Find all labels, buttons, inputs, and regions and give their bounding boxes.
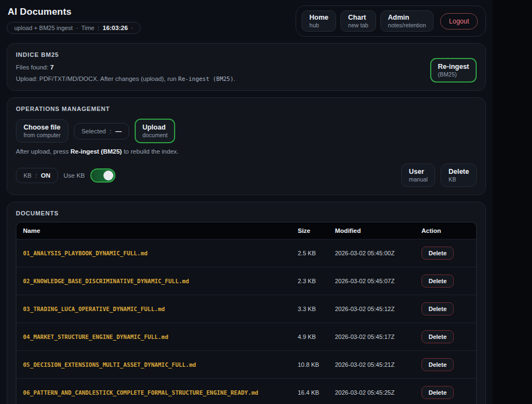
hint-bold: Re-ingest (BM25) <box>71 148 122 155</box>
files-found-label: Files found: <box>16 64 48 71</box>
status-pill: upload + BM25 ingest · Time : 16:03:26 · <box>7 22 141 34</box>
files-found-value: 7 <box>50 64 54 71</box>
nav-group: Home hub Chart new tab Admin notes/reten… <box>296 5 486 37</box>
hint-suffix: to rebuild the index. <box>124 148 178 155</box>
nav-chart-title: Chart <box>348 14 368 21</box>
user-manual-title: User <box>409 168 427 175</box>
time-value: 16:03:26 <box>103 25 128 31</box>
status-separator: · <box>76 25 78 31</box>
document-name: 05_DECISION_EXTENSIONS_MULTI_ASSET_DYNAM… <box>23 361 298 368</box>
document-action: Delete <box>421 386 470 399</box>
kb-status-pill: KB : ON <box>16 168 58 183</box>
status-label: upload + BM25 ingest <box>14 25 73 31</box>
upload-hint-suffix: . <box>234 75 235 82</box>
document-action: Delete <box>421 247 470 260</box>
user-manual-subtitle: manual <box>409 176 427 183</box>
kb-row: KB : ON Use KB User manual Delete KB <box>16 163 477 187</box>
nav-home-subtitle: hub <box>309 22 328 28</box>
document-action: Delete <box>421 274 470 288</box>
upload-button[interactable]: Upload document <box>135 119 175 143</box>
documents-table: Name Size Modified Action 01_ANALYSIS_PL… <box>16 222 477 404</box>
indice-body: Files found: 7 Upload: PDF/TXT/MD/DOCX. … <box>16 58 477 83</box>
nav-button-home[interactable]: Home hub <box>302 10 336 32</box>
time-colon: : <box>97 25 99 31</box>
use-kb-toggle[interactable] <box>90 168 115 183</box>
document-modified: 2026-03-02 05:45:00Z <box>335 250 421 256</box>
status-separator-end: · <box>131 25 134 31</box>
table-row: 05_DECISION_EXTENSIONS_MULTI_ASSET_DYNAM… <box>16 350 476 378</box>
document-size: 10.8 KB <box>298 361 335 368</box>
choose-file-button[interactable]: Choose file from computer <box>16 119 68 143</box>
indice-heading: INDICE BM25 <box>16 51 477 58</box>
nav-button-chart[interactable]: Chart new tab <box>340 10 376 32</box>
user-manual-button[interactable]: User manual <box>401 163 435 187</box>
choose-file-subtitle: from computer <box>24 132 61 138</box>
table-row: 02_KNOWLEDGE_BASE_DISCRIMINATIVE_DYNAMIC… <box>16 267 476 295</box>
documents-heading: DOCUMENTS <box>16 210 477 216</box>
header: AI Documents upload + BM25 ingest · Time… <box>7 5 486 37</box>
selected-label: Selected <box>82 128 106 134</box>
document-size: 3.3 KB <box>298 306 335 312</box>
delete-document-button[interactable]: Delete <box>421 274 454 288</box>
documents-card: DOCUMENTS Name Size Modified Action 01_A… <box>7 202 486 404</box>
table-row: 01_ANALYSIS_PLAYBOOK_DYNAMIC_FULL.md 2.5… <box>16 239 476 267</box>
document-name: 02_KNOWLEDGE_BASE_DISCRIMINATIVE_DYNAMIC… <box>23 278 298 284</box>
nav-admin-title: Admin <box>388 14 426 21</box>
reingest-button[interactable]: Re-ingest (BM25) <box>430 58 477 83</box>
document-modified: 2026-03-02 05:45:25Z <box>335 389 421 396</box>
nav-admin-subtitle: notes/retention <box>388 22 426 28</box>
document-size: 4.9 KB <box>298 333 335 340</box>
upload-hint-prefix: Upload: PDF/TXT/MD/DOCX. After changes (… <box>16 75 176 82</box>
logout-button[interactable]: Logout <box>440 13 478 30</box>
table-row: 06_PATTERN_AND_CANDLESTICK_COMPLETE_FORM… <box>16 378 476 404</box>
choose-file-title: Choose file <box>24 124 61 131</box>
upload-hint-line: Upload: PDF/TXT/MD/DOCX. After changes (… <box>16 75 235 82</box>
table-row: 03_TRADING_LUCA_OPERATIVE_DYNAMIC_FULL.m… <box>16 295 476 323</box>
document-size: 2.5 KB <box>298 250 335 256</box>
column-header-action: Action <box>421 227 470 234</box>
document-modified: 2026-03-02 05:45:12Z <box>335 306 421 312</box>
table-header: Name Size Modified Action <box>16 223 476 239</box>
selected-file-pill: Selected : — <box>74 123 129 139</box>
indice-text: Files found: 7 Upload: PDF/TXT/MD/DOCX. … <box>16 59 235 82</box>
selected-value: — <box>115 128 122 134</box>
time-label: Time <box>81 25 94 31</box>
header-left: AI Documents upload + BM25 ingest · Time… <box>7 5 141 34</box>
delete-document-button[interactable]: Delete <box>421 358 454 371</box>
reingest-title: Re-ingest <box>438 63 469 71</box>
upload-controls-row: Choose file from computer Selected : — U… <box>16 119 477 143</box>
delete-document-button[interactable]: Delete <box>421 302 454 315</box>
column-header-modified: Modified <box>335 227 421 234</box>
document-action: Delete <box>421 358 470 371</box>
delete-document-button[interactable]: Delete <box>421 247 454 260</box>
delete-kb-title: Delete <box>448 168 469 175</box>
selected-colon: : <box>109 128 111 134</box>
document-name: 06_PATTERN_AND_CANDLESTICK_COMPLETE_FORM… <box>23 389 298 396</box>
column-header-name: Name <box>23 227 298 234</box>
document-modified: 2026-03-02 05:45:17Z <box>335 333 421 340</box>
files-found-line: Files found: 7 <box>16 64 235 71</box>
kb-colon: : <box>36 172 37 179</box>
reingest-subtitle: (BM25) <box>438 71 469 78</box>
delete-document-button[interactable]: Delete <box>421 386 454 399</box>
document-action: Delete <box>421 302 470 315</box>
page-title: AI Documents <box>7 5 141 17</box>
document-name: 04_MARKET_STRUCTURE_ENGINE_DYNAMIC_FULL.… <box>23 333 298 340</box>
delete-kb-button[interactable]: Delete KB <box>441 163 477 187</box>
nav-button-admin[interactable]: Admin notes/retention <box>380 10 433 32</box>
document-name: 03_TRADING_LUCA_OPERATIVE_DYNAMIC_FULL.m… <box>23 306 298 312</box>
indice-bm25-card: INDICE BM25 Files found: 7 Upload: PDF/T… <box>7 43 486 91</box>
kb-label: KB <box>24 172 32 179</box>
kb-value: ON <box>41 172 50 179</box>
delete-kb-subtitle: KB <box>448 176 469 183</box>
delete-document-button[interactable]: Delete <box>421 330 454 343</box>
after-upload-hint: After upload, press Re-ingest (BM25) to … <box>16 148 477 155</box>
operations-card: OPERATIONS MANAGEMENT Choose file from c… <box>7 97 486 195</box>
page-container: AI Documents upload + BM25 ingest · Time… <box>0 0 493 404</box>
upload-title: Upload <box>142 124 167 131</box>
operations-heading: OPERATIONS MANAGEMENT <box>16 106 477 112</box>
document-modified: 2026-03-02 05:45:21Z <box>335 361 421 368</box>
column-header-size: Size <box>298 227 335 234</box>
document-name: 01_ANALYSIS_PLAYBOOK_DYNAMIC_FULL.md <box>23 250 298 256</box>
upload-subtitle: document <box>142 132 167 138</box>
